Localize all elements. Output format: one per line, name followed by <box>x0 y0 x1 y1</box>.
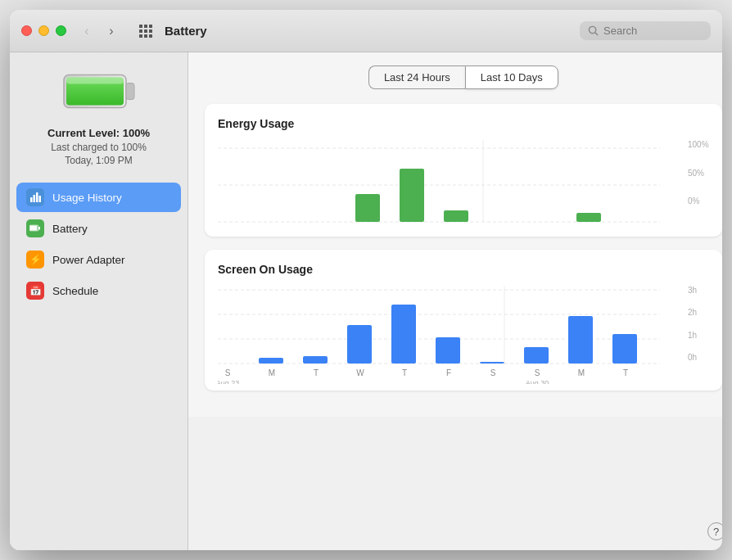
search-input[interactable] <box>603 25 702 37</box>
svg-text:F: F <box>446 368 451 377</box>
back-button[interactable]: ‹ <box>76 23 97 39</box>
svg-rect-51 <box>436 337 460 364</box>
close-button[interactable] <box>21 25 32 36</box>
energy-chart-title: Energy Usage <box>218 117 709 130</box>
sidebar-item-usage-history[interactable]: Usage History <box>16 183 181 212</box>
svg-rect-27 <box>400 169 424 222</box>
svg-rect-47 <box>259 358 283 364</box>
schedule-icon: 📅 <box>26 282 44 300</box>
svg-text:Aug 30: Aug 30 <box>526 379 549 384</box>
battery-nav-icon <box>26 219 44 237</box>
svg-text:M: M <box>269 368 275 377</box>
svg-rect-3 <box>139 29 142 33</box>
sidebar-item-battery[interactable]: Battery <box>16 214 181 243</box>
svg-rect-1 <box>144 25 147 28</box>
svg-rect-48 <box>303 356 328 364</box>
grid-icon <box>139 25 152 38</box>
svg-text:T: T <box>402 229 407 230</box>
sidebar-item-schedule[interactable]: 📅 Schedule <box>16 276 181 305</box>
svg-text:S: S <box>225 229 231 230</box>
svg-rect-21 <box>30 226 38 231</box>
svg-rect-29 <box>576 213 601 222</box>
battery-charged-label: Last charged to 100% <box>47 142 150 153</box>
svg-text:F: F <box>446 229 451 230</box>
sidebar: Current Level: 100% Last charged to 100%… <box>10 52 188 550</box>
usage-history-label: Usage History <box>52 192 122 204</box>
svg-rect-2 <box>149 25 152 28</box>
svg-text:T: T <box>402 368 407 377</box>
svg-rect-16 <box>34 195 36 202</box>
nav-buttons: ‹ › <box>76 23 122 39</box>
tab-bar: Last 24 Hours Last 10 Days <box>205 65 722 89</box>
screen-chart-title: Screen On Usage <box>218 263 709 276</box>
svg-rect-4 <box>144 29 147 33</box>
svg-rect-12 <box>126 84 134 100</box>
svg-rect-14 <box>66 78 124 84</box>
minimize-button[interactable] <box>38 25 49 36</box>
titlebar: ‹ › Battery <box>10 10 722 52</box>
svg-text:M: M <box>578 229 585 230</box>
svg-rect-26 <box>355 194 380 222</box>
svg-rect-7 <box>144 34 147 38</box>
traffic-lights <box>21 25 66 36</box>
svg-text:Aug 23: Aug 23 <box>218 379 239 384</box>
energy-chart-svg: S M T W T F S S M T Aug 23 Aug <box>218 140 685 230</box>
svg-rect-17 <box>36 192 38 202</box>
svg-rect-5 <box>149 29 152 33</box>
svg-rect-22 <box>38 227 40 230</box>
svg-text:S: S <box>535 368 540 377</box>
power-adapter-label: Power Adapter <box>52 254 125 266</box>
schedule-label: Schedule <box>52 285 98 297</box>
svg-text:S: S <box>535 229 540 230</box>
help-button[interactable]: ? <box>707 522 722 540</box>
svg-text:W: W <box>356 229 364 230</box>
battery-status: Current Level: 100% Last charged to 100%… <box>47 127 150 166</box>
maximize-button[interactable] <box>56 25 66 36</box>
svg-rect-53 <box>524 347 549 364</box>
battery-icon <box>62 69 136 114</box>
usage-history-icon <box>26 188 44 206</box>
battery-label: Battery <box>52 223 88 235</box>
screen-usage-chart: Screen On Usage <box>205 250 722 391</box>
sidebar-item-power-adapter[interactable]: ⚡ Power Adapter <box>16 245 181 274</box>
battery-icon-container <box>62 69 136 114</box>
svg-line-10 <box>595 33 598 35</box>
power-adapter-icon: ⚡ <box>26 251 44 269</box>
svg-rect-54 <box>568 316 593 364</box>
content-area: Current Level: 100% Last charged to 100%… <box>10 52 722 550</box>
svg-text:S: S <box>490 368 496 377</box>
battery-time-label: Today, 1:09 PM <box>47 155 150 166</box>
svg-rect-28 <box>444 210 468 222</box>
apps-grid-button[interactable] <box>135 23 156 39</box>
svg-text:W: W <box>356 368 364 377</box>
svg-rect-15 <box>30 197 33 202</box>
tab-last10days[interactable]: Last 10 Days <box>465 65 558 89</box>
sidebar-nav: Usage History Battery ⚡ <box>10 179 188 310</box>
forward-button[interactable]: › <box>101 23 122 39</box>
svg-rect-55 <box>612 334 637 364</box>
svg-rect-50 <box>391 305 416 364</box>
svg-rect-0 <box>139 25 142 28</box>
svg-rect-52 <box>480 362 504 364</box>
main-window: ‹ › Battery <box>10 10 722 550</box>
svg-text:M: M <box>269 229 275 230</box>
svg-rect-49 <box>347 325 372 364</box>
svg-rect-18 <box>39 196 42 202</box>
screen-y-axis: 3h 2h 1h 0h <box>685 286 697 384</box>
search-box[interactable] <box>580 21 711 40</box>
svg-rect-6 <box>139 34 142 38</box>
svg-text:T: T <box>314 368 319 377</box>
svg-text:M: M <box>578 368 585 377</box>
main-wrapper: Last 24 Hours Last 10 Days Energy Usage <box>188 52 722 550</box>
svg-point-9 <box>589 26 595 33</box>
svg-text:S: S <box>490 229 496 230</box>
svg-text:T: T <box>314 229 319 230</box>
svg-text:S: S <box>225 368 231 377</box>
window-title: Battery <box>165 24 580 38</box>
svg-text:T: T <box>623 229 628 230</box>
energy-y-axis: 100% 50% 0% <box>685 140 709 230</box>
energy-usage-chart: Energy Usage <box>205 104 722 237</box>
svg-text:T: T <box>623 368 628 377</box>
tab-last24hours[interactable]: Last 24 Hours <box>368 65 465 89</box>
battery-level-label: Current Level: 100% <box>47 127 150 139</box>
